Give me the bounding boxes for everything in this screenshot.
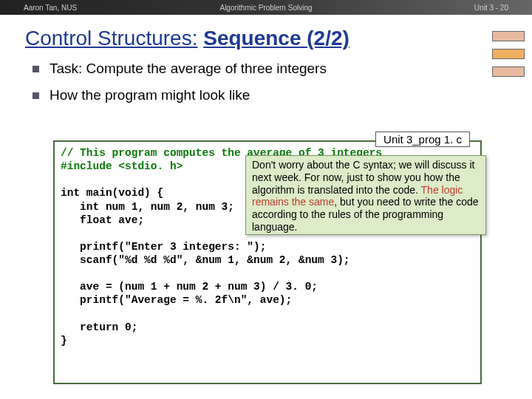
code-line: int num 1, num 2, num 3;: [61, 201, 234, 213]
header-unit: Unit 3 - 20: [474, 4, 508, 12]
flow-box-icon: [492, 66, 525, 77]
code-line: int main(void) {: [61, 187, 163, 199]
code-line: #include <stdio. h>: [61, 160, 183, 172]
annotation-note: Don't worry about the C syntax; we will …: [245, 155, 486, 235]
filename-label: Unit 3_prog 1. c: [375, 132, 470, 147]
flow-box-icon: [492, 49, 525, 59]
code-line: return 0;: [61, 321, 137, 333]
code-line: printf("Enter 3 integers: ");: [61, 241, 266, 253]
code-line: printf("Average = %. 2f\n", ave);: [61, 294, 292, 306]
slide-title: Control Structures: Sequence (2/2): [25, 27, 532, 50]
code-line: }: [61, 335, 67, 347]
title-part1: Control Structures:: [25, 27, 197, 50]
side-sequence-icons: [492, 31, 525, 77]
header-course: Algorithmic Problem Solving: [219, 4, 312, 12]
title-part2: Sequence (2/2): [203, 27, 349, 50]
flow-box-icon: [492, 31, 525, 41]
bullet-item: Task: Compute the average of three integ…: [33, 61, 532, 77]
code-line: ave = (num 1 + num 2 + num 3) / 3. 0;: [61, 281, 318, 293]
slide-header: Aaron Tan, NUS Algorithmic Problem Solvi…: [0, 0, 532, 15]
code-line: float ave;: [61, 214, 144, 226]
bullet-icon: [33, 92, 39, 99]
bullet-text: Task: Compute the average of three integ…: [50, 61, 327, 77]
bullet-item: How the program might look like: [33, 87, 532, 103]
bullet-text: How the program might look like: [50, 87, 250, 103]
header-author: Aaron Tan, NUS: [24, 4, 77, 12]
code-line: scanf("%d %d %d", &num 1, &num 2, &num 3…: [61, 254, 350, 266]
bullet-icon: [33, 66, 39, 72]
